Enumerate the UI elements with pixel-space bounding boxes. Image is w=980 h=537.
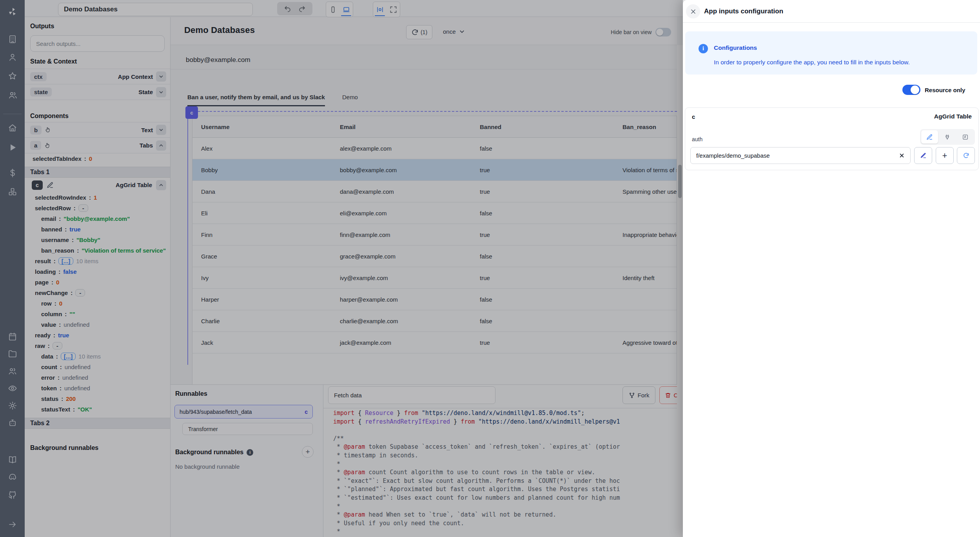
- refresh-resource-button[interactable]: [957, 147, 975, 164]
- connect-input-mode-button[interactable]: [939, 130, 956, 144]
- app-root: Demo Databases Demo Databases (1) once H…: [0, 0, 980, 537]
- component-type: AgGrid Table: [934, 113, 972, 120]
- close-button[interactable]: [686, 4, 700, 18]
- refresh-icon: [963, 152, 969, 159]
- info-body: In order to properly configure the app, …: [714, 59, 910, 66]
- close-icon: [690, 8, 697, 15]
- function-icon: [962, 134, 969, 140]
- clear-value-icon[interactable]: [899, 153, 905, 158]
- drawer-divider: [683, 22, 980, 23]
- auth-resource-input[interactable]: f/examples/demo_supabase: [690, 147, 911, 164]
- resource-only-toggle[interactable]: [902, 85, 920, 95]
- edit-resource-button[interactable]: [914, 147, 932, 164]
- modal-overlay[interactable]: [0, 0, 683, 537]
- component-id: c: [692, 113, 695, 120]
- resource-only-control: Resource only: [902, 85, 965, 95]
- configurations-info-box: i Configurations In order to properly co…: [685, 31, 977, 75]
- app-inputs-drawer: App inputs configuration i Configuration…: [683, 0, 980, 537]
- resource-only-label: Resource only: [925, 87, 965, 93]
- component-input-card: c AgGrid Table auth f/examples/demo_supa…: [685, 107, 979, 170]
- auth-resource-value: f/examples/demo_supabase: [696, 152, 770, 159]
- input-mode-segmented-control: [920, 129, 975, 145]
- info-title: Configurations: [714, 44, 757, 51]
- add-resource-button[interactable]: +: [936, 147, 954, 164]
- pencil-icon: [926, 134, 933, 140]
- auth-field-label: auth: [692, 136, 702, 142]
- info-icon: i: [699, 44, 708, 53]
- drawer-title: App inputs configuration: [704, 7, 783, 15]
- eval-input-mode-button[interactable]: [957, 130, 974, 144]
- pencil-icon: [920, 152, 927, 159]
- plug-icon: [944, 134, 951, 140]
- static-input-mode-button[interactable]: [921, 130, 938, 144]
